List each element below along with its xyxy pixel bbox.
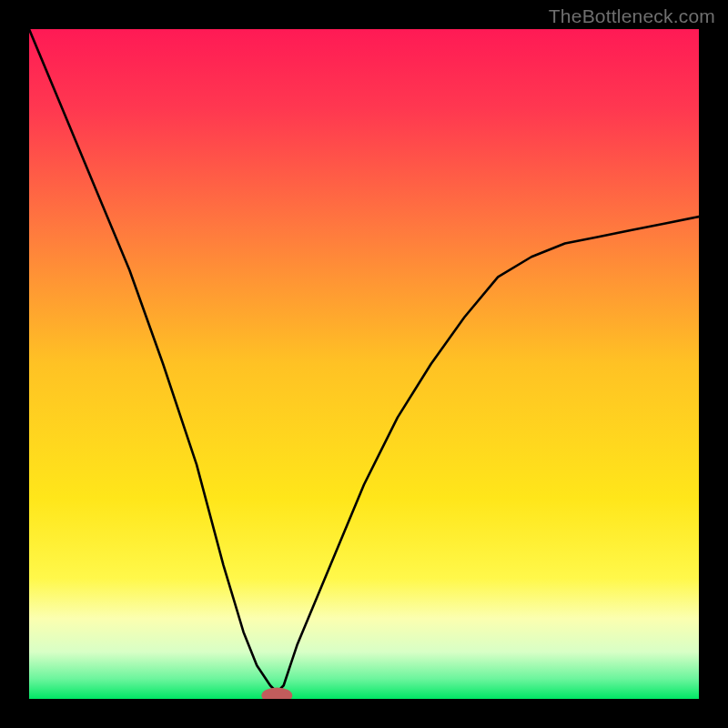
bottleneck-chart-svg (29, 29, 699, 699)
gradient-background (29, 29, 699, 699)
chart-frame: TheBottleneck.com (0, 0, 728, 728)
watermark-text: TheBottleneck.com (549, 5, 715, 27)
plot-area (29, 29, 699, 699)
